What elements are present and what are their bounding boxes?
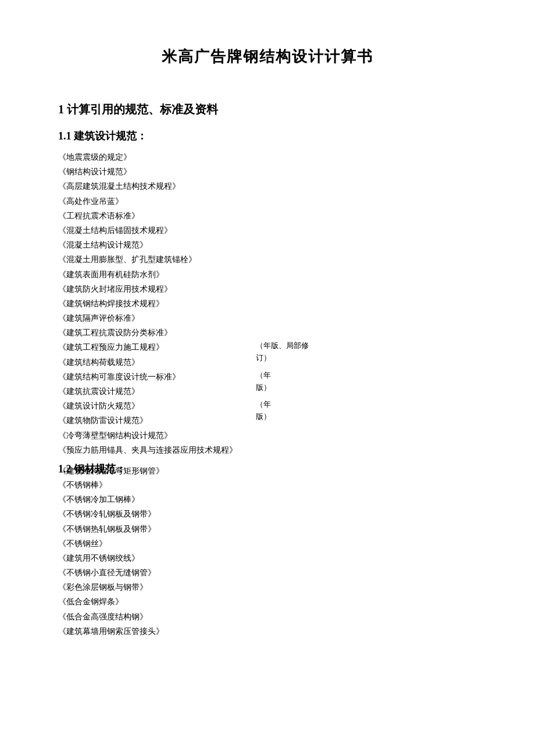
steel-standards-list: 《不锈钢棒》 《不锈钢冷加工钢棒》 《不锈钢冷轧钢板及钢带》 《不锈钢热轧钢板及… bbox=[58, 478, 477, 639]
list-item: 《冷弯薄壁型钢结构设计规范》 bbox=[58, 428, 477, 443]
list-item: 《建筑钢结构焊接技术规程》 bbox=[58, 296, 477, 311]
list-item: 《低合金钢焊条》 bbox=[58, 594, 477, 609]
list-item: 《高处作业吊蓝》 bbox=[58, 194, 477, 209]
list-item: 《预应力筋用锚具、夹具与连接器应用技术规程》 bbox=[58, 443, 477, 457]
subsection1-1-full: 建筑设计规范： bbox=[74, 130, 147, 142]
subsection1-2-container: 1.2 钢材规范： 《建筑结构用冷弯矩形钢管》 bbox=[58, 462, 477, 476]
section1-label: 1 bbox=[58, 103, 64, 116]
list-item: 《建筑防火封堵应用技术规程》 bbox=[58, 282, 477, 296]
page: 米高广告牌钢结构设计计算书 1 计算引用的规范、标准及资料 1.1 建筑设计规范… bbox=[0, 0, 535, 756]
list-item: 《不锈钢热轧钢板及钢带》 bbox=[58, 522, 477, 536]
subsection1-2-overlap: 《建筑结构用冷弯矩形钢管》 bbox=[58, 464, 477, 476]
list-item: 《建筑隔声评价标准》 bbox=[58, 311, 477, 325]
list-item: 《建筑工程抗震设防分类标准》 bbox=[58, 325, 477, 340]
list-item: 《建筑表面用有机硅防水剂》 bbox=[58, 267, 477, 282]
list-item: 《高层建筑混凝土结构技术规程》 bbox=[58, 179, 477, 194]
list-item: 《低合金高强度结构钢》 bbox=[58, 610, 477, 624]
list-item: 《建筑结构可靠度设计统一标准》 （年版） bbox=[58, 370, 477, 384]
list-item: 《建筑工程预应力施工规程》 （年版、局部修订） bbox=[58, 340, 477, 354]
list-item: 《建筑幕墙用钢索压管接头》 bbox=[58, 624, 477, 639]
list-item: 《建筑抗震设计规范》 bbox=[58, 384, 477, 399]
section1-title: 1 计算引用的规范、标准及资料 bbox=[58, 102, 477, 117]
list-item: 《不锈钢丝》 bbox=[58, 536, 477, 551]
list-item: 《建筑物防雷设计规范》 bbox=[58, 413, 477, 428]
subsection1-1-label: 1.1 bbox=[58, 130, 72, 142]
list-item: 《钢结构设计规范》 bbox=[58, 164, 477, 179]
list-item: 《彩色涂层钢板与钢带》 bbox=[58, 580, 477, 594]
list-item: 《混凝土结构后锚固技术规程》 bbox=[58, 223, 477, 238]
section1-text: 计算引用的规范、标准及资料 bbox=[67, 103, 218, 116]
list-item: 《不锈钢小直径无缝钢管》 bbox=[58, 565, 477, 580]
list-item: 《不锈钢冷轧钢板及钢带》 bbox=[58, 507, 477, 521]
list-item: 《混凝土用膨胀型、扩孔型建筑锚栓》 bbox=[58, 252, 477, 267]
list-item: 《不锈钢棒》 bbox=[58, 478, 477, 492]
main-title: 米高广告牌钢结构设计计算书 bbox=[58, 46, 477, 67]
list-item: 《工程抗震术语标准》 bbox=[58, 209, 477, 223]
list-item: 《混凝土结构设计规范》 bbox=[58, 238, 477, 252]
list-item: 《建筑结构荷载规范》 bbox=[58, 355, 477, 370]
building-standards-list: 《地震震级的规定》 《钢结构设计规范》 《高层建筑混凝土结构技术规程》 《高处作… bbox=[58, 150, 477, 457]
list-item: 《不锈钢冷加工钢棒》 bbox=[58, 492, 477, 507]
subsection1-1-title: 1.1 建筑设计规范： bbox=[58, 129, 477, 143]
list-item: 《建筑设计防火规范》 （年版） bbox=[58, 399, 477, 413]
list-item: 《地震震级的规定》 bbox=[58, 150, 477, 164]
list-item: 《建筑用不锈钢绞线》 bbox=[58, 551, 477, 565]
